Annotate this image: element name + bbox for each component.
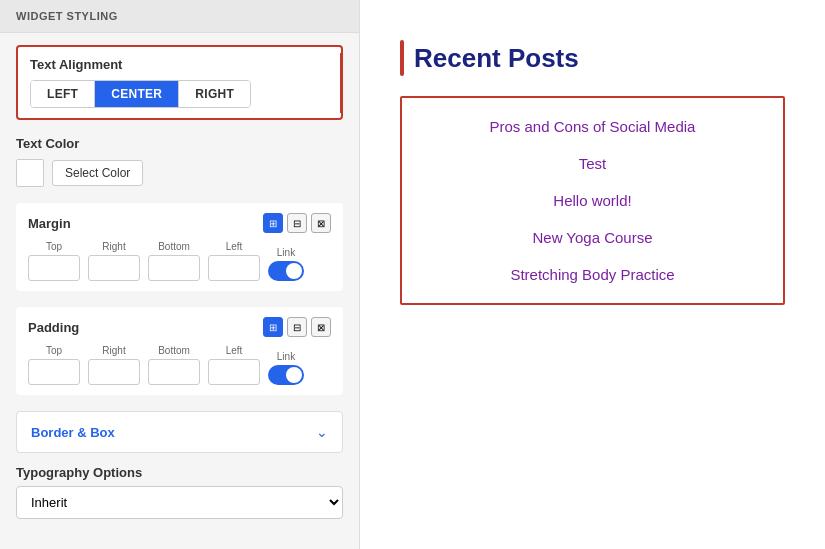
typography-section: Typography Options Inherit xyxy=(16,465,343,519)
posts-list-box: Pros and Cons of Social Media Test Hello… xyxy=(400,96,785,305)
align-center-button[interactable]: CENTER xyxy=(95,81,179,107)
margin-title: Margin xyxy=(28,216,71,231)
padding-right-input[interactable] xyxy=(88,359,140,385)
padding-top-input[interactable] xyxy=(28,359,80,385)
widget-styling-panel: WIDGET STYLING Text Alignment LEFT CENTE… xyxy=(0,0,360,549)
margin-left-input[interactable] xyxy=(208,255,260,281)
margin-bottom-field: Bottom xyxy=(148,241,200,281)
margin-left-field: Left xyxy=(208,241,260,281)
panel-content: Text Alignment LEFT CENTER RIGHT Text Co… xyxy=(0,33,359,543)
chevron-down-icon: ⌄ xyxy=(316,424,328,440)
padding-link-toggle[interactable] xyxy=(268,365,304,385)
color-picker-row: Select Color xyxy=(16,159,343,187)
align-left-button[interactable]: LEFT xyxy=(31,81,95,107)
recent-posts-heading: Recent Posts xyxy=(414,43,579,74)
border-box-title: Border & Box xyxy=(31,425,115,440)
padding-fields-row: Top Right Bottom Left Link xyxy=(28,345,331,385)
list-item[interactable]: Pros and Cons of Social Media xyxy=(402,108,783,145)
padding-left-input[interactable] xyxy=(208,359,260,385)
select-color-button[interactable]: Select Color xyxy=(52,160,143,186)
padding-icons: ⊞ ⊟ ⊠ xyxy=(263,317,331,337)
padding-bottom-field: Bottom xyxy=(148,345,200,385)
align-right-button[interactable]: RIGHT xyxy=(179,81,250,107)
margin-bottom-label: Bottom xyxy=(158,241,190,252)
margin-icon-v[interactable]: ⊠ xyxy=(311,213,331,233)
margin-left-label: Left xyxy=(226,241,243,252)
margin-section: Margin ⊞ ⊟ ⊠ Top Right Bottom xyxy=(16,203,343,291)
padding-bottom-label: Bottom xyxy=(158,345,190,356)
title-accent-bar xyxy=(400,40,404,76)
margin-top-label: Top xyxy=(46,241,62,252)
text-color-label: Text Color xyxy=(16,136,343,151)
margin-right-input[interactable] xyxy=(88,255,140,281)
margin-header: Margin ⊞ ⊟ ⊠ xyxy=(28,213,331,233)
padding-link-field: Link xyxy=(268,351,304,385)
margin-icon-h[interactable]: ⊟ xyxy=(287,213,307,233)
margin-icons: ⊞ ⊟ ⊠ xyxy=(263,213,331,233)
padding-right-label: Right xyxy=(102,345,125,356)
margin-link-label: Link xyxy=(277,247,295,258)
margin-icon-box[interactable]: ⊞ xyxy=(263,213,283,233)
padding-title: Padding xyxy=(28,320,79,335)
border-box-header[interactable]: Border & Box ⌄ xyxy=(17,412,342,452)
padding-icon-v[interactable]: ⊠ xyxy=(311,317,331,337)
list-item[interactable]: Test xyxy=(402,145,783,182)
padding-top-field: Top xyxy=(28,345,80,385)
margin-link-field: Link xyxy=(268,247,304,281)
list-item[interactable]: New Yoga Course xyxy=(402,219,783,256)
padding-icon-h[interactable]: ⊟ xyxy=(287,317,307,337)
recent-posts-title-row: Recent Posts xyxy=(400,40,785,76)
panel-title: WIDGET STYLING xyxy=(0,0,359,33)
margin-top-field: Top xyxy=(28,241,80,281)
typography-select[interactable]: Inherit xyxy=(16,486,343,519)
padding-right-field: Right xyxy=(88,345,140,385)
text-alignment-section: Text Alignment LEFT CENTER RIGHT xyxy=(16,45,343,120)
padding-top-label: Top xyxy=(46,345,62,356)
color-swatch[interactable] xyxy=(16,159,44,187)
border-box-accordion: Border & Box ⌄ xyxy=(16,411,343,453)
recent-posts-widget: Recent Posts Pros and Cons of Social Med… xyxy=(400,40,785,305)
padding-header: Padding ⊞ ⊟ ⊠ xyxy=(28,317,331,337)
margin-fields-row: Top Right Bottom Left Link xyxy=(28,241,331,281)
list-item[interactable]: Hello world! xyxy=(402,182,783,219)
margin-top-input[interactable] xyxy=(28,255,80,281)
text-color-section: Text Color Select Color xyxy=(16,136,343,187)
margin-bottom-input[interactable] xyxy=(148,255,200,281)
padding-left-field: Left xyxy=(208,345,260,385)
alignment-buttons-group: LEFT CENTER RIGHT xyxy=(30,80,251,108)
margin-right-field: Right xyxy=(88,241,140,281)
text-alignment-label: Text Alignment xyxy=(30,57,329,72)
preview-panel: Recent Posts Pros and Cons of Social Med… xyxy=(360,0,825,549)
margin-link-toggle[interactable] xyxy=(268,261,304,281)
typography-label: Typography Options xyxy=(16,465,343,480)
padding-section: Padding ⊞ ⊟ ⊠ Top Right Bottom xyxy=(16,307,343,395)
text-alignment-box: Text Alignment LEFT CENTER RIGHT xyxy=(16,45,343,120)
padding-bottom-input[interactable] xyxy=(148,359,200,385)
padding-icon-box[interactable]: ⊞ xyxy=(263,317,283,337)
list-item[interactable]: Stretching Body Practice xyxy=(402,256,783,293)
padding-link-label: Link xyxy=(277,351,295,362)
margin-right-label: Right xyxy=(102,241,125,252)
padding-left-label: Left xyxy=(226,345,243,356)
